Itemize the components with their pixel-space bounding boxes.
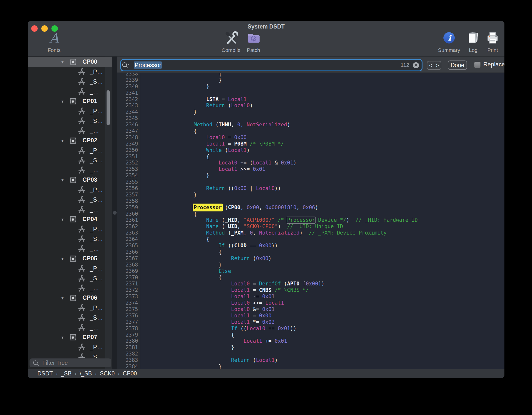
code-line[interactable]: 2351 {	[117, 154, 418, 160]
code-line[interactable]: 2345	[117, 115, 418, 122]
tree-item[interactable]: _P…	[28, 342, 112, 352]
disclosure-triangle-icon[interactable]: ▼	[60, 178, 65, 182]
sidebar-scrollbar[interactable]	[107, 90, 110, 125]
code-line[interactable]: 2344 }	[117, 109, 418, 115]
clear-search-icon[interactable]	[413, 62, 419, 69]
tree-item[interactable]: _…	[28, 323, 112, 332]
magnifier-with-menu-icon[interactable]	[121, 62, 131, 69]
fonts-button[interactable]: A Fonts	[39, 30, 69, 53]
code-line[interactable]: 2375 Local0 &= 0x01	[117, 306, 418, 313]
tree-group-cp03[interactable]: ▼CP03	[28, 175, 112, 185]
code-line[interactable]: 2383 Return (Local1)	[117, 357, 418, 364]
tree-group-cp05[interactable]: ▼CP05	[28, 254, 112, 264]
code-line[interactable]: 2348 Local0 = 0x00	[117, 134, 418, 141]
code-line[interactable]: 2342 LSTA = Local1	[117, 96, 418, 103]
find-next-button[interactable]: >	[434, 61, 441, 69]
breadcrumb-item[interactable]: CP00	[123, 370, 137, 377]
code-line[interactable]: 2364 {	[117, 236, 418, 243]
code-line[interactable]: 2362 Name (_UID, "SCK0-CP00") // _UID: U…	[117, 223, 418, 230]
tree-item[interactable]: _…	[28, 283, 112, 293]
tree-item[interactable]: _P…	[28, 106, 112, 116]
code-line[interactable]: 2373 Local1 -= 0x01	[117, 294, 418, 300]
code-line[interactable]: 2369 Else	[117, 268, 418, 275]
tree-item[interactable]: _…	[28, 126, 112, 136]
tree-item[interactable]: _P…	[28, 303, 112, 313]
code-line[interactable]: 2358	[117, 198, 418, 205]
disclosure-triangle-icon[interactable]: ▼	[60, 99, 65, 104]
done-button[interactable]: Done	[448, 60, 467, 70]
code-line[interactable]: 2380 Local1 += 0x01	[117, 338, 418, 344]
tree-item[interactable]: _…	[28, 244, 112, 254]
tree-group-cp00[interactable]: ▼CP00	[28, 57, 112, 67]
breadcrumb-item[interactable]: DSDT	[37, 370, 53, 377]
disclosure-triangle-icon[interactable]: ▼	[60, 139, 65, 143]
code-line[interactable]: 2338 {	[117, 73, 418, 77]
tree-item[interactable]: _S…	[28, 77, 112, 87]
breadcrumb-item[interactable]: _SB	[61, 370, 71, 377]
code-line[interactable]: 2368 }	[117, 262, 418, 268]
tree-item[interactable]: _P…	[28, 185, 112, 195]
code-line[interactable]: 2359 Processor (CP00, 0x00, 0x00001810, …	[117, 205, 418, 211]
code-line[interactable]: 2354 }	[117, 173, 418, 179]
tree-item[interactable]: _S…	[28, 234, 112, 244]
find-previous-button[interactable]: <	[427, 61, 434, 69]
tree-item[interactable]: _S…	[28, 155, 112, 165]
filter-tree-input[interactable]: Filter Tree	[30, 358, 111, 367]
code-line[interactable]: 2377 Local1 *= 0x02	[117, 319, 418, 326]
breadcrumb-item[interactable]: \_SB	[79, 370, 92, 377]
code-line[interactable]: 2371 Local0 = DerefOf (APT0 [0x00])	[117, 281, 418, 287]
tree-item[interactable]: _S…	[28, 352, 112, 358]
tree-group-cp01[interactable]: ▼CP01	[28, 96, 112, 106]
code-line[interactable]: 2365 If ((CLOD == 0x00))	[117, 243, 418, 249]
tree-item[interactable]: _P…	[28, 264, 112, 273]
code-line[interactable]: 2357 }	[117, 192, 418, 198]
code-line[interactable]: 2378 If ((Local0 == 0x01))	[117, 326, 418, 332]
code-line[interactable]: 2352 Local0 += (Local1 & 0x01)	[117, 160, 418, 166]
code-line[interactable]: 2367 Return (0x00)	[117, 255, 418, 262]
code-line[interactable]: 2341	[117, 90, 418, 96]
code-line[interactable]: 2347 {	[117, 128, 418, 134]
code-line[interactable]: 2370 {	[117, 275, 418, 281]
replace-checkbox[interactable]	[474, 62, 481, 68]
disclosure-triangle-icon[interactable]: ▼	[60, 217, 65, 222]
code-line[interactable]: 2372 Local1 = CNBS /* \CNBS */	[117, 287, 418, 294]
tree-group-cp07[interactable]: ▼CP07	[28, 332, 112, 342]
disclosure-triangle-icon[interactable]: ▼	[60, 257, 65, 261]
disclosure-triangle-icon[interactable]: ▼	[60, 60, 65, 64]
breadcrumb-item[interactable]: SCK0	[100, 370, 115, 377]
code-line[interactable]: 2346 Method (THNU, 0, NotSerialized)	[117, 122, 418, 128]
search-input[interactable]: Processor 112	[121, 60, 422, 71]
tree-item[interactable]: _P…	[28, 67, 112, 77]
print-button[interactable]: Print	[478, 30, 504, 53]
code-line[interactable]: 2361 Name (_HID, "ACPI0007" /* Processor…	[117, 217, 418, 223]
disclosure-triangle-icon[interactable]: ▼	[60, 296, 65, 300]
code-line[interactable]: 2360 {	[117, 211, 418, 217]
code-line[interactable]: 2381 }	[117, 344, 418, 351]
code-line[interactable]: 2356 Return ((0x00 | Local0))	[117, 185, 418, 192]
code-line[interactable]: 2374 Local0 >>= Local1	[117, 300, 418, 306]
disclosure-triangle-icon[interactable]: ▼	[60, 335, 65, 340]
tree-item[interactable]: _…	[28, 87, 112, 96]
code-line[interactable]: 2355	[117, 179, 418, 185]
tree-group-cp06[interactable]: ▼CP06	[28, 293, 112, 303]
tree-item[interactable]: _…	[28, 205, 112, 214]
code-line[interactable]: 2350 While (Local1)	[117, 147, 418, 154]
code-line[interactable]: 2366 {	[117, 249, 418, 255]
code-line[interactable]: 2379 {	[117, 332, 418, 338]
tree-item[interactable]: _S…	[28, 116, 112, 126]
code-line[interactable]: 2384 }	[117, 364, 418, 369]
tree-group-cp02[interactable]: ▼CP02	[28, 136, 112, 146]
code-line[interactable]: 2363 Method (_PXM, 0, NotSerialized) // …	[117, 230, 418, 236]
code-line[interactable]: 2376 Local1 = 0x00	[117, 313, 418, 319]
tree-item[interactable]: _P…	[28, 146, 112, 155]
code-line[interactable]: 2349 Local1 = P0BM /* \P0BM */	[117, 141, 418, 147]
tree-item[interactable]: _S…	[28, 273, 112, 283]
splitter-handle-icon[interactable]	[113, 211, 117, 215]
code-editor[interactable]: 2338 {2339 }2340 }23412342 LSTA = Local1…	[117, 73, 504, 369]
code-line[interactable]: 2339 }	[117, 77, 418, 84]
code-line[interactable]: 2382	[117, 351, 418, 357]
tree-item[interactable]: _…	[28, 165, 112, 175]
patch-button[interactable]: Patch	[239, 30, 268, 53]
code-line[interactable]: 2340 }	[117, 84, 418, 90]
tree-item[interactable]: _S…	[28, 313, 112, 323]
